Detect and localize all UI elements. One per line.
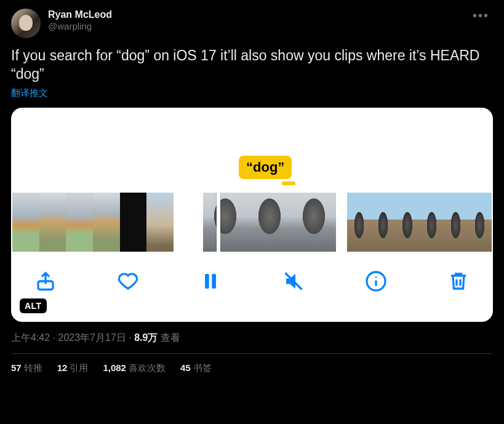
clip-frame (39, 193, 66, 252)
clip-frame (420, 193, 444, 252)
quotes-stat[interactable]: 12引用 (57, 362, 89, 374)
tweet-container: Ryan McLeod @warpling ••• If you search … (0, 0, 504, 380)
likes-stat[interactable]: 1,082喜欢次数 (103, 362, 166, 374)
handle: @warpling (48, 21, 112, 33)
avatar[interactable] (11, 9, 41, 38)
clip-strip[interactable] (12, 193, 174, 252)
media-toolbar (11, 269, 493, 294)
svg-rect-1 (205, 274, 209, 289)
clip-frame (347, 193, 371, 252)
timeline-strips (11, 193, 493, 252)
translate-link[interactable]: 翻译推文 (11, 87, 493, 99)
svg-point-6 (375, 276, 377, 278)
clip-frame (146, 193, 174, 252)
info-icon[interactable] (364, 269, 388, 294)
display-name: Ryan McLeod (48, 9, 112, 21)
more-button[interactable]: ••• (469, 9, 493, 23)
svg-rect-2 (212, 274, 217, 289)
playhead-icon[interactable] (217, 193, 220, 252)
clip-frame (468, 193, 492, 252)
clip-strip[interactable] (347, 193, 492, 252)
caption-tick (282, 182, 295, 185)
clip-frame (395, 193, 419, 252)
clip-frame (120, 193, 147, 252)
clip-frame (247, 193, 292, 252)
clip-frame (444, 193, 468, 252)
share-icon[interactable] (33, 269, 58, 294)
bookmarks-stat[interactable]: 45书签 (180, 362, 212, 374)
clip-frame (371, 193, 395, 252)
media-card[interactable]: “dog” (11, 108, 493, 322)
media-top: “dog” (11, 108, 493, 193)
views-label: 查看 (158, 332, 180, 343)
author-block[interactable]: Ryan McLeod @warpling (48, 9, 112, 33)
retweets-stat[interactable]: 57转推 (11, 362, 42, 374)
tweet-header: Ryan McLeod @warpling ••• (11, 9, 493, 38)
stats-row: 57转推 12引用 1,082喜欢次数 45书签 (11, 354, 493, 374)
clip-frame (203, 193, 247, 252)
clip-frame (66, 193, 93, 252)
clip-frame (93, 193, 120, 252)
heart-icon[interactable] (116, 269, 140, 294)
alt-badge[interactable]: ALT (20, 298, 47, 313)
caption-tag: “dog” (239, 156, 292, 179)
trash-icon[interactable] (446, 269, 471, 294)
time[interactable]: 上午4:42 (11, 332, 50, 343)
clip-frame (292, 193, 336, 252)
pause-icon[interactable] (198, 269, 223, 294)
mute-icon[interactable] (281, 269, 306, 294)
tweet-text: If you search for “dog” on iOS 17 it’ll … (11, 47, 493, 84)
clip-frame (12, 193, 39, 252)
views-count: 8.9万 (134, 332, 158, 343)
clip-strip[interactable] (203, 193, 336, 252)
date[interactable]: 2023年7月17日 (58, 332, 126, 343)
tweet-meta: 上午4:42 · 2023年7月17日 · 8.9万 查看 (11, 332, 493, 345)
